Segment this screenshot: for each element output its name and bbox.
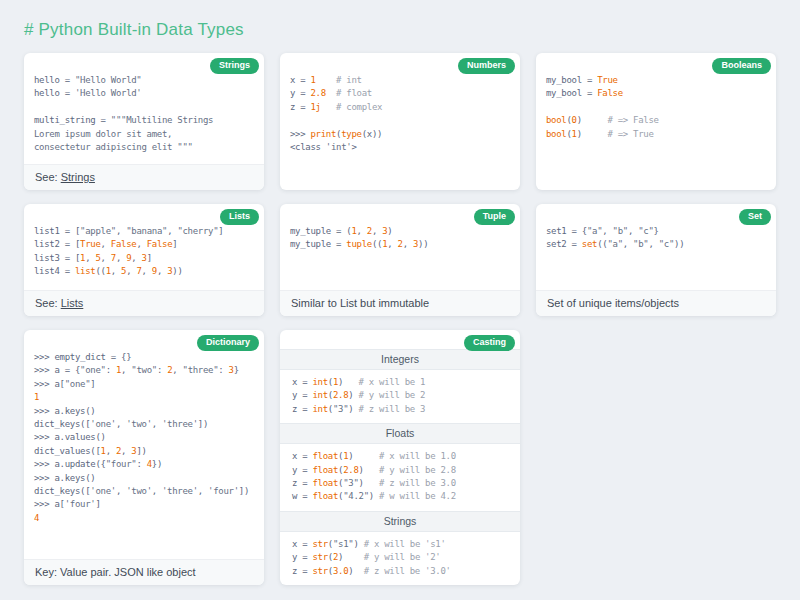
code-line: Lorem ipsum dolor sit amet, — [34, 128, 254, 141]
footer-text: See: — [35, 171, 61, 183]
code-token: True — [80, 239, 100, 249]
code-line: >>> a.update({"four": 4}) — [34, 458, 254, 471]
code-token: , — [628, 226, 638, 236]
card-casting: CastingIntegersx = int(1) # x will be 1y… — [280, 330, 520, 585]
code-token: , — [387, 239, 397, 249]
card-body: x = 1 # inty = 2.8 # floatz = 1j # compl… — [280, 53, 520, 190]
card-badge-casting: Casting — [464, 335, 515, 351]
code-token: "four" — [106, 459, 137, 469]
code-token: : — [106, 365, 116, 375]
code-token: , — [372, 226, 382, 236]
code-token: , — [152, 419, 162, 429]
footer-link-strings[interactable]: Strings — [61, 171, 95, 183]
code-token: , — [152, 486, 162, 496]
code-line: bool(0) # => False — [546, 114, 766, 127]
code-token: "Hello World" — [75, 75, 142, 85]
code-token: "4.2" — [343, 491, 369, 501]
code-token: str — [312, 552, 327, 562]
code-line: y = float(2.8) # y will be 2.8 — [292, 464, 508, 477]
code-token: )) — [674, 239, 684, 249]
code-token: , — [167, 226, 177, 236]
code-token: >>> a.keys() — [34, 473, 95, 483]
code-line: my_tuple = tuple((1, 2, 3)) — [290, 238, 510, 251]
card-lists: Listslist1 = ["apple", "banana", "cherry… — [24, 204, 264, 316]
code-token: dict_keys([ — [34, 419, 90, 429]
card-footer: Key: Value pair. JSON like object — [24, 559, 264, 585]
code-token: >>> — [290, 129, 310, 139]
code-token: 3.0 — [333, 566, 348, 576]
code-token: "c" — [638, 226, 653, 236]
code-token: 'three' — [162, 419, 198, 429]
code-line: x = float(1) # x will be 1.0 — [292, 450, 508, 463]
code-token: # w will be 4.2 — [374, 491, 456, 501]
code-token: >>> a = { — [34, 365, 80, 375]
footer-link-lists[interactable]: Lists — [61, 297, 84, 309]
code-token: dict_values([ — [34, 446, 101, 456]
code-token: )) — [172, 266, 182, 276]
code-token: y = — [290, 88, 310, 98]
code-line: x = 1 # int — [290, 74, 510, 87]
code-token: >>> a.keys() — [34, 406, 95, 416]
code-token: list — [75, 266, 95, 276]
code-token: int — [312, 404, 327, 414]
code-token: ] — [218, 226, 223, 236]
code-token: > — [351, 142, 356, 152]
code-line: z = int("3") # z will be 3 — [292, 403, 508, 416]
code-token: x = — [292, 377, 312, 387]
code-token: tuple — [346, 239, 372, 249]
code-token: ] — [90, 379, 95, 389]
code-token: # x will be 1 — [343, 377, 425, 387]
code-token: "three" — [183, 365, 219, 375]
code-block: >>> empty_dict = {}>>> a = {"one": 1, "t… — [34, 351, 254, 525]
code-token: <class — [290, 142, 326, 152]
code-token: "one" — [65, 379, 91, 389]
card-badge-numbers: Numbers — [458, 58, 515, 74]
card-badge-set: Set — [739, 209, 771, 225]
code-token: 'two' — [126, 486, 152, 496]
code-line: set2 = set(("a", "b", "c")) — [546, 238, 766, 251]
code-token: , — [136, 239, 146, 249]
code-token: multi_string = — [34, 115, 111, 125]
code-block: x = 1 # inty = 2.8 # floatz = 1j # compl… — [290, 74, 510, 154]
code-line: >>> a = {"one": 1, "two": 2, "three": 3} — [34, 364, 254, 377]
code-token: consectetur adipiscing elit """ — [34, 142, 193, 152]
code-token: int — [312, 377, 327, 387]
code-token: str — [312, 539, 327, 549]
code-token: bool — [546, 129, 566, 139]
card-body: Integersx = int(1) # x will be 1y = int(… — [280, 330, 520, 585]
card-badge-booleans: Booleans — [712, 58, 771, 74]
code-token: # float — [326, 88, 372, 98]
code-line: list4 = list((1, 5, 7, 9, 3)) — [34, 265, 254, 278]
code-token: , — [101, 239, 111, 249]
code-token: , — [403, 239, 413, 249]
card-set: Setset1 = {"a", "b", "c"}set2 = set(("a"… — [536, 204, 776, 316]
code-token: y = — [292, 552, 312, 562]
code-token: z = — [292, 566, 312, 576]
code-token: , — [116, 253, 126, 263]
code-token: "b" — [613, 226, 628, 236]
code-token: "cherry" — [177, 226, 218, 236]
code-line: <class 'int'> — [290, 141, 510, 154]
code-token: 'four' — [65, 499, 96, 509]
code-line: >>> a.keys() — [34, 472, 254, 485]
footer-text: Key: Value pair. JSON like object — [35, 566, 196, 578]
code-token: "c" — [659, 239, 674, 249]
footer-text: See: — [35, 297, 61, 309]
code-token: # y will be 2 — [353, 390, 425, 400]
code-line: list1 = ["apple", "banana", "cherry"] — [34, 225, 254, 238]
card-tuple: Tuplemy_tuple = (1, 2, 3)my_tuple = tupl… — [280, 204, 520, 316]
code-line: >>> a['four'] — [34, 498, 254, 511]
code-token: : — [136, 459, 146, 469]
card-grid: Stringshello = "Hello World"hello = 'Hel… — [24, 53, 776, 585]
code-block: list1 = ["apple", "banana", "cherry"]lis… — [34, 225, 254, 279]
card-booleans: Booleansmy_bool = Truemy_bool = False bo… — [536, 53, 776, 190]
code-token: list3 = [ — [34, 253, 80, 263]
code-token: "a" — [607, 239, 622, 249]
code-token: "banana" — [126, 226, 167, 236]
code-token: , — [172, 365, 182, 375]
code-block: hello = "Hello World"hello = 'Hello Worl… — [34, 74, 254, 154]
code-token: dict_keys([ — [34, 486, 90, 496]
code-token: # => True — [582, 129, 654, 139]
code-token: ]) — [136, 446, 146, 456]
code-token: x = — [290, 75, 310, 85]
